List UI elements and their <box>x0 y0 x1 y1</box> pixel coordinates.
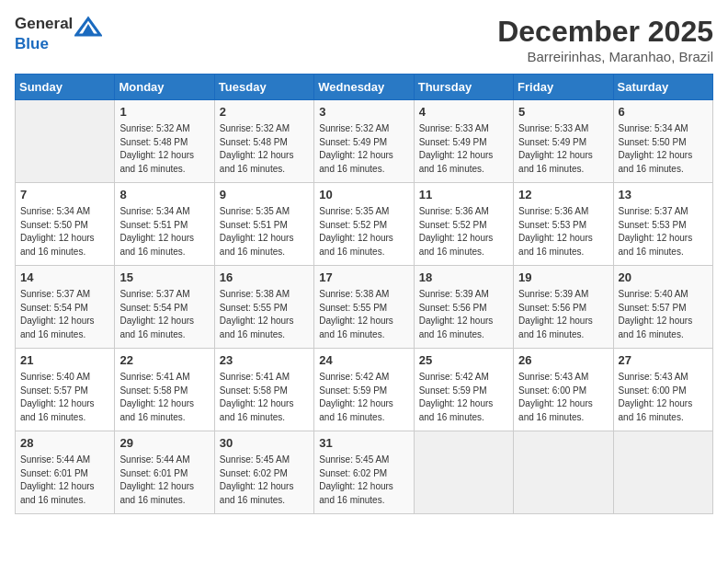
day-number: 10 <box>319 187 408 203</box>
day-cell: 15 Sunrise: 5:37 AMSunset: 5:54 PMDaylig… <box>115 266 214 349</box>
day-info: Sunrise: 5:39 AMSunset: 5:56 PMDaylight:… <box>419 288 508 341</box>
day-cell: 21 Sunrise: 5:40 AMSunset: 5:57 PMDaylig… <box>16 349 115 431</box>
day-cell: 5 Sunrise: 5:33 AMSunset: 5:49 PMDayligh… <box>514 100 613 183</box>
week-row-5: 28 Sunrise: 5:44 AMSunset: 6:01 PMDaylig… <box>16 431 713 514</box>
day-number: 31 <box>319 435 408 452</box>
week-row-4: 21 Sunrise: 5:40 AMSunset: 5:57 PMDaylig… <box>16 349 713 431</box>
day-info: Sunrise: 5:43 AMSunset: 6:00 PMDaylight:… <box>518 371 608 424</box>
header-row: SundayMondayTuesdayWednesdayThursdayFrid… <box>16 75 713 100</box>
day-info: Sunrise: 5:45 AMSunset: 6:02 PMDaylight:… <box>319 454 408 507</box>
day-info: Sunrise: 5:38 AMSunset: 5:55 PMDaylight:… <box>220 288 309 341</box>
day-cell: 19 Sunrise: 5:39 AMSunset: 5:56 PMDaylig… <box>514 266 613 349</box>
day-cell: 18 Sunrise: 5:39 AMSunset: 5:56 PMDaylig… <box>414 266 513 349</box>
day-cell: 29 Sunrise: 5:44 AMSunset: 6:01 PMDaylig… <box>115 431 214 514</box>
day-cell: 30 Sunrise: 5:45 AMSunset: 6:02 PMDaylig… <box>214 431 313 514</box>
day-number: 29 <box>119 435 209 452</box>
day-number: 2 <box>220 104 309 121</box>
day-number: 13 <box>619 187 708 203</box>
day-cell: 1 Sunrise: 5:32 AMSunset: 5:48 PMDayligh… <box>115 100 214 183</box>
day-number: 28 <box>20 435 109 452</box>
day-cell <box>414 431 513 514</box>
day-number: 4 <box>419 104 508 121</box>
day-number: 25 <box>419 352 508 369</box>
day-number: 22 <box>119 352 209 369</box>
day-cell: 8 Sunrise: 5:34 AMSunset: 5:51 PMDayligh… <box>115 183 214 266</box>
day-cell: 14 Sunrise: 5:37 AMSunset: 5:54 PMDaylig… <box>16 266 115 349</box>
day-cell: 17 Sunrise: 5:38 AMSunset: 5:55 PMDaylig… <box>314 266 414 349</box>
col-header-tuesday: Tuesday <box>214 75 313 100</box>
day-number: 19 <box>518 270 608 286</box>
day-number: 21 <box>20 352 109 369</box>
day-info: Sunrise: 5:34 AMSunset: 5:50 PMDaylight:… <box>619 122 708 176</box>
day-info: Sunrise: 5:44 AMSunset: 6:01 PMDaylight:… <box>20 454 109 507</box>
day-info: Sunrise: 5:40 AMSunset: 5:57 PMDaylight:… <box>20 371 109 424</box>
col-header-saturday: Saturday <box>613 75 712 100</box>
logo: General Blue <box>15 15 102 53</box>
day-number: 3 <box>319 104 408 121</box>
day-number: 26 <box>518 352 608 369</box>
day-cell: 26 Sunrise: 5:43 AMSunset: 6:00 PMDaylig… <box>514 349 613 431</box>
day-cell: 4 Sunrise: 5:33 AMSunset: 5:49 PMDayligh… <box>414 100 513 183</box>
day-cell: 12 Sunrise: 5:36 AMSunset: 5:53 PMDaylig… <box>514 183 613 266</box>
day-cell <box>16 100 115 183</box>
col-header-sunday: Sunday <box>16 75 115 100</box>
calendar-table: SundayMondayTuesdayWednesdayThursdayFrid… <box>15 74 713 514</box>
day-info: Sunrise: 5:37 AMSunset: 5:54 PMDaylight:… <box>119 288 209 341</box>
day-number: 8 <box>119 187 209 203</box>
day-info: Sunrise: 5:43 AMSunset: 6:00 PMDaylight:… <box>619 371 708 424</box>
logo-text-general: General <box>15 15 73 32</box>
week-row-1: 1 Sunrise: 5:32 AMSunset: 5:48 PMDayligh… <box>16 100 713 183</box>
day-info: Sunrise: 5:41 AMSunset: 5:58 PMDaylight:… <box>220 371 309 424</box>
day-info: Sunrise: 5:33 AMSunset: 5:49 PMDaylight:… <box>419 122 508 176</box>
day-info: Sunrise: 5:40 AMSunset: 5:57 PMDaylight:… <box>619 288 708 341</box>
day-info: Sunrise: 5:36 AMSunset: 5:52 PMDaylight:… <box>419 205 508 259</box>
day-cell: 31 Sunrise: 5:45 AMSunset: 6:02 PMDaylig… <box>314 431 414 514</box>
day-info: Sunrise: 5:34 AMSunset: 5:50 PMDaylight:… <box>20 205 109 259</box>
day-cell: 25 Sunrise: 5:42 AMSunset: 5:59 PMDaylig… <box>414 349 513 431</box>
day-number: 12 <box>518 187 608 203</box>
day-cell: 10 Sunrise: 5:35 AMSunset: 5:52 PMDaylig… <box>314 183 414 266</box>
day-cell: 6 Sunrise: 5:34 AMSunset: 5:50 PMDayligh… <box>613 100 712 183</box>
day-info: Sunrise: 5:42 AMSunset: 5:59 PMDaylight:… <box>419 371 508 424</box>
col-header-friday: Friday <box>514 75 613 100</box>
day-info: Sunrise: 5:35 AMSunset: 5:52 PMDaylight:… <box>319 205 408 259</box>
day-info: Sunrise: 5:37 AMSunset: 5:53 PMDaylight:… <box>619 205 708 259</box>
day-info: Sunrise: 5:44 AMSunset: 6:01 PMDaylight:… <box>119 454 209 507</box>
day-cell: 27 Sunrise: 5:43 AMSunset: 6:00 PMDaylig… <box>613 349 712 431</box>
day-cell: 22 Sunrise: 5:41 AMSunset: 5:58 PMDaylig… <box>115 349 214 431</box>
day-cell: 28 Sunrise: 5:44 AMSunset: 6:01 PMDaylig… <box>16 431 115 514</box>
day-number: 16 <box>220 270 309 286</box>
day-info: Sunrise: 5:32 AMSunset: 5:48 PMDaylight:… <box>119 122 209 176</box>
week-row-2: 7 Sunrise: 5:34 AMSunset: 5:50 PMDayligh… <box>16 183 713 266</box>
day-number: 18 <box>419 270 508 286</box>
day-cell <box>613 431 712 514</box>
day-number: 20 <box>619 270 708 286</box>
day-info: Sunrise: 5:39 AMSunset: 5:56 PMDaylight:… <box>518 288 608 341</box>
day-info: Sunrise: 5:42 AMSunset: 5:59 PMDaylight:… <box>319 371 408 424</box>
week-row-3: 14 Sunrise: 5:37 AMSunset: 5:54 PMDaylig… <box>16 266 713 349</box>
col-header-monday: Monday <box>115 75 214 100</box>
day-cell: 23 Sunrise: 5:41 AMSunset: 5:58 PMDaylig… <box>214 349 313 431</box>
month-title: December 2025 <box>497 15 713 49</box>
day-info: Sunrise: 5:36 AMSunset: 5:53 PMDaylight:… <box>518 205 608 259</box>
day-info: Sunrise: 5:33 AMSunset: 5:49 PMDaylight:… <box>518 122 608 176</box>
day-cell: 16 Sunrise: 5:38 AMSunset: 5:55 PMDaylig… <box>214 266 313 349</box>
day-info: Sunrise: 5:34 AMSunset: 5:51 PMDaylight:… <box>119 205 209 259</box>
day-info: Sunrise: 5:32 AMSunset: 5:49 PMDaylight:… <box>319 122 408 176</box>
day-number: 7 <box>20 187 109 203</box>
day-cell: 7 Sunrise: 5:34 AMSunset: 5:50 PMDayligh… <box>16 183 115 266</box>
day-number: 17 <box>319 270 408 286</box>
day-info: Sunrise: 5:45 AMSunset: 6:02 PMDaylight:… <box>220 454 309 507</box>
location: Barreirinhas, Maranhao, Brazil <box>497 49 713 64</box>
day-info: Sunrise: 5:41 AMSunset: 5:58 PMDaylight:… <box>119 371 209 424</box>
day-number: 9 <box>220 187 309 203</box>
day-number: 24 <box>319 352 408 369</box>
day-info: Sunrise: 5:32 AMSunset: 5:48 PMDaylight:… <box>220 122 309 176</box>
day-number: 5 <box>518 104 608 121</box>
day-cell: 24 Sunrise: 5:42 AMSunset: 5:59 PMDaylig… <box>314 349 414 431</box>
day-cell: 3 Sunrise: 5:32 AMSunset: 5:49 PMDayligh… <box>314 100 414 183</box>
day-info: Sunrise: 5:38 AMSunset: 5:55 PMDaylight:… <box>319 288 408 341</box>
day-number: 11 <box>419 187 508 203</box>
day-number: 27 <box>619 352 708 369</box>
day-cell: 2 Sunrise: 5:32 AMSunset: 5:48 PMDayligh… <box>214 100 313 183</box>
